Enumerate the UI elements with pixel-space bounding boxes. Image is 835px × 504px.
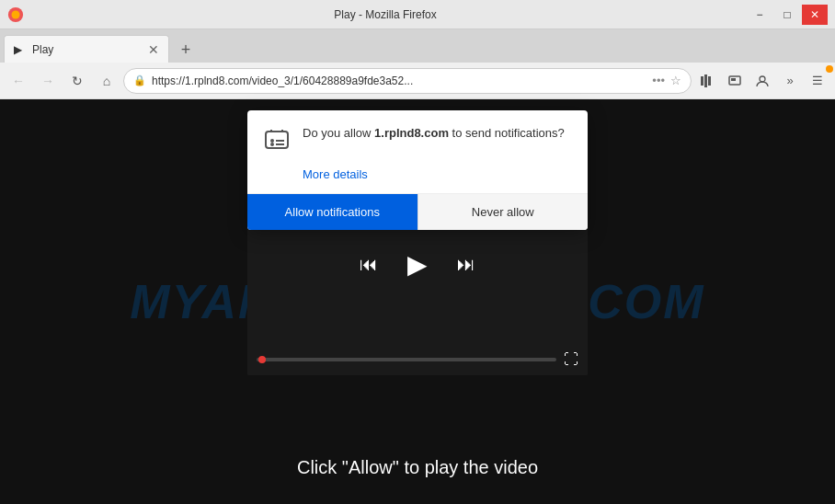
menu-button[interactable]: ☰ [806, 69, 829, 93]
svg-point-11 [271, 143, 273, 145]
popup-message-prefix: Do you allow [303, 126, 374, 140]
svg-point-7 [760, 76, 765, 82]
popup-domain: 1.rplnd8.com [374, 126, 449, 140]
url-text: https://1.rplnd8.com/video_3/1/60428889a… [152, 74, 646, 87]
svg-rect-2 [701, 76, 703, 86]
progress-bar[interactable] [257, 358, 556, 361]
popup-message-suffix: to send notifications? [449, 126, 565, 140]
window-controls: − □ ✕ [747, 5, 828, 25]
notification-badge [826, 65, 833, 73]
firefox-logo [7, 6, 24, 23]
allow-notifications-button[interactable]: Allow notifications [247, 194, 418, 230]
back-button[interactable]: ← [6, 68, 31, 94]
forward-button[interactable]: → [35, 68, 61, 94]
more-tools-button[interactable]: » [778, 69, 802, 93]
new-tab-button[interactable]: + [173, 37, 199, 63]
bookmark-icon[interactable]: ☆ [670, 74, 681, 87]
synced-tabs-button[interactable] [723, 69, 747, 93]
fullscreen-button[interactable]: ⛶ [564, 351, 578, 368]
refresh-button[interactable]: ↻ [64, 68, 90, 94]
tab-close-button[interactable]: ✕ [148, 42, 159, 57]
minimize-button[interactable]: − [747, 5, 772, 25]
skip-forward-button[interactable]: ⏭ [457, 254, 475, 275]
notification-popup: Do you allow 1.rplnd8.com to send notifi… [247, 110, 588, 230]
svg-point-9 [271, 140, 273, 142]
close-button[interactable]: ✕ [802, 5, 828, 25]
video-controls: ⛶ [247, 346, 588, 375]
popup-message: Do you allow 1.rplnd8.com to send notifi… [303, 125, 565, 142]
cta-text: Click "Allow" to play the video [297, 457, 538, 478]
svg-point-1 [12, 10, 20, 18]
tab-title: Play [32, 43, 143, 56]
play-button[interactable]: ▶ [407, 249, 428, 280]
toolbar-icons: » ☰ [695, 69, 829, 93]
popup-header: Do you allow 1.rplnd8.com to send notifi… [247, 110, 588, 162]
titlebar: Play - Mozilla Firefox − □ ✕ [0, 0, 835, 29]
page-content: MYANTISPYWARE.COM Do you allow 1.rplnd8.… [0, 99, 835, 504]
library-button[interactable] [695, 69, 719, 93]
account-button[interactable] [750, 69, 774, 93]
more-options-icon: ••• [652, 74, 665, 87]
maximize-button[interactable]: □ [774, 5, 800, 25]
skip-back-button[interactable]: ⏮ [360, 254, 378, 275]
tab-favicon: ▶ [14, 43, 27, 56]
navbar: ← → ↻ ⌂ 🔒 https://1.rplnd8.com/video_3/1… [0, 63, 835, 99]
home-button[interactable]: ⌂ [94, 68, 120, 94]
security-icon: 🔒 [133, 74, 146, 86]
popup-icon [262, 125, 292, 155]
active-tab[interactable]: ▶ Play ✕ [4, 35, 169, 63]
svg-rect-6 [731, 78, 736, 81]
more-details-link[interactable]: More details [303, 167, 368, 181]
progress-indicator [258, 356, 266, 363]
window-title: Play - Mozilla Firefox [24, 8, 747, 21]
popup-buttons: Allow notifications Never allow [247, 193, 588, 230]
popup-more-details: More details [247, 162, 588, 193]
svg-rect-3 [704, 74, 707, 87]
address-bar[interactable]: 🔒 https://1.rplnd8.com/video_3/1/6042888… [123, 68, 692, 94]
never-allow-button[interactable]: Never allow [418, 194, 589, 230]
tabbar: ▶ Play ✕ + [0, 29, 835, 63]
menu-wrapper: ☰ [806, 69, 829, 93]
svg-rect-4 [708, 76, 711, 86]
